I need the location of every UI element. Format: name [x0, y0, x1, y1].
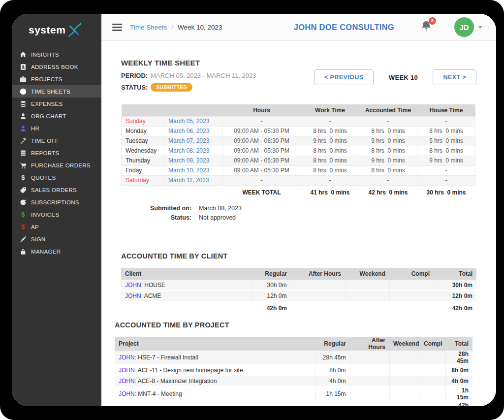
house-cell: - [417, 116, 475, 126]
total-cell: 12h 0m [434, 291, 476, 301]
sidebar-item-hr[interactable]: HR [12, 122, 101, 134]
total-cell: 1h 15m [445, 387, 472, 401]
sidebar-item-manager[interactable]: MANAGER [12, 245, 101, 258]
entity-name: MNT-4 - Meeting [138, 390, 182, 397]
sidebar-item-sales-orders[interactable]: SALES ORDERS [12, 184, 101, 196]
date-link[interactable]: March 06, 2023 [168, 128, 209, 134]
sidebar-item-label: INSIGHTS [31, 52, 59, 58]
after-hours-cell [291, 291, 345, 301]
date-link[interactable]: March 08, 2023 [168, 147, 209, 154]
table-row: JOHN: ACE-8 - Maximizer Integration4h 0m… [115, 376, 472, 387]
sidebar-item-org-chart[interactable]: ORG CHART [12, 110, 101, 122]
spacer-cell [389, 401, 420, 406]
notifications-button[interactable]: 8 [420, 20, 433, 35]
accounted-cell: 8 hrs 0 mins [359, 165, 417, 175]
page-title: WEEKLY TIME SHEET [121, 59, 476, 67]
breadcrumb-link-timesheets[interactable]: Time Sheets [130, 24, 167, 31]
previous-week-button[interactable]: < PREVIOUS [314, 69, 374, 85]
entity-name: HOUSE [144, 282, 165, 289]
client-link[interactable]: JOHN: [119, 367, 136, 374]
sidebar-item-subscriptions[interactable]: SUBSCRIPTIONS [12, 196, 101, 208]
regular-cell: 8h 0m [315, 365, 350, 376]
user-menu[interactable]: JD [454, 17, 482, 37]
work-cell: 9 hrs 0 mins [301, 136, 359, 146]
table-row: JOHN: ACE-11 - Design new homepage for s… [115, 365, 472, 376]
sidebar-item-sign[interactable]: SIGN [12, 233, 101, 245]
regular-cell: 28h 45m [315, 351, 350, 365]
company-title: JOHN DOE CONSULTING [294, 23, 394, 32]
approval-status-label: Status: [148, 214, 191, 221]
after-hours-cell [291, 280, 345, 291]
table-row: JOHN: HOUSE30h 0m30h 0m [121, 280, 476, 291]
avatar[interactable]: JD [454, 17, 474, 37]
next-week-button[interactable]: NEXT > [433, 69, 476, 85]
date-cell: March 08, 2023 [163, 146, 222, 156]
notification-badge: 8 [429, 17, 436, 25]
person-icon [19, 125, 27, 132]
client-link[interactable]: JOHN: [125, 292, 143, 299]
sidebar-item-reports[interactable]: REPORTS [12, 147, 101, 159]
client-link[interactable]: JOHN: [119, 390, 136, 397]
date-cell: March 07, 2023 [163, 136, 222, 146]
hours-cell: 09:00 AM - 05:30 PM [222, 126, 301, 136]
column-header [163, 104, 222, 116]
breadcrumb-separator: / [171, 24, 173, 31]
compl-cell [420, 351, 445, 365]
client-link[interactable]: JOHN: [119, 354, 136, 361]
sidebar-item-ap[interactable]: $AP [12, 221, 101, 233]
hours-cell: - [222, 116, 301, 126]
sidebar-item-projects[interactable]: PROJECTS [12, 73, 101, 85]
weekend-cell [389, 387, 420, 401]
sidebar-item-time-off[interactable]: TIME OFF [12, 134, 101, 147]
hamburger-menu-icon[interactable] [112, 24, 122, 31]
date-link[interactable]: March 10, 2023 [168, 167, 209, 174]
date-cell: March 09, 2023 [163, 156, 222, 165]
sidebar-item-insights[interactable]: INSIGHTS [12, 48, 101, 61]
sidebar-item-label: PURCHASE ORDERS [31, 162, 91, 168]
logo-wordmark: system [29, 24, 65, 36]
entity-name: HSE-7 - Firewall Install [138, 354, 198, 361]
date-link[interactable]: March 11, 2023 [168, 177, 209, 184]
compl-cell [389, 291, 434, 301]
house-cell: 9 hrs 0 mins [417, 156, 475, 165]
sidebar-item-purchase-orders[interactable]: PURCHASE ORDERS [12, 159, 101, 171]
column-header: After Hours [350, 337, 389, 351]
week-total-label: WEEK TOTAL [222, 185, 301, 200]
app-frame: system INSIGHTSADDRESS BOOKPROJECTSTIME … [0, 0, 504, 420]
column-header: Weekend [389, 337, 420, 351]
accounted-cell: - [359, 116, 417, 126]
date-link[interactable]: March 05, 2023 [168, 118, 209, 125]
week-total-work: 41 hrs 0 mins [301, 185, 359, 200]
approval-status-value: Not approved [199, 214, 236, 221]
client-link[interactable]: JOHN: [125, 282, 143, 289]
after-hours-cell [350, 351, 389, 365]
total-regular: 42h 0m [252, 301, 291, 314]
address-book-icon [19, 63, 27, 71]
column-header: Weekend [345, 268, 389, 280]
compl-cell [389, 280, 434, 291]
sidebar-item-quotes[interactable]: $QUOTES [12, 171, 101, 184]
coins-icon [19, 100, 27, 108]
name-cell: JOHN: ACE-8 - Maximizer Integration [115, 376, 315, 387]
work-cell: - [301, 116, 359, 126]
status-label: STATUS: [121, 84, 148, 91]
project-section-title: ACCOUNTED TIME BY PROJECT [115, 321, 476, 329]
entity-name: ACE-8 - Maximizer Integration [138, 378, 217, 385]
entity-name: ACME [144, 292, 161, 299]
top-bar: Time Sheets / Week 10, 2023 JOHN DOE CON… [101, 14, 496, 41]
column-header: Project [115, 337, 315, 351]
regular-cell: 1h 15m [315, 387, 350, 401]
sidebar-item-expenses[interactable]: EXPENSES [12, 97, 101, 110]
date-link[interactable]: March 09, 2023 [168, 157, 209, 164]
sidebar-item-time-sheets[interactable]: TIME SHEETS [12, 85, 101, 97]
spacer-cell [115, 401, 315, 406]
sidebar-item-address-book[interactable]: ADDRESS BOOK [12, 61, 101, 73]
client-section-title: ACCOUNTED TIME BY CLIENT [121, 252, 476, 260]
column-header: Total [434, 268, 476, 280]
sidebar-item-label: SUBSCRIPTIONS [31, 199, 79, 205]
date-link[interactable]: March 07, 2023 [168, 137, 209, 144]
project-total-row: 42h 0m42h 0m [115, 401, 472, 406]
sidebar-item-invoices[interactable]: $INVOICES [12, 208, 101, 221]
client-link[interactable]: JOHN: [119, 378, 136, 385]
table-row: JOHN: MNT-4 - Meeting1h 15m1h 15m [115, 387, 472, 401]
